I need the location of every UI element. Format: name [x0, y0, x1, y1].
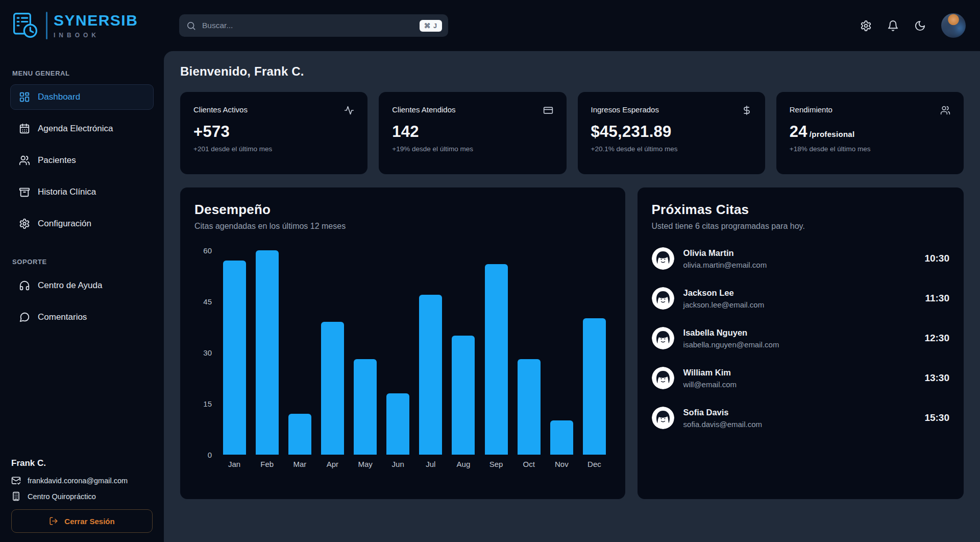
brand-logo: SYNERSIB INBOOK	[10, 0, 154, 51]
search-input[interactable]	[202, 21, 413, 30]
bar-jan	[223, 261, 246, 455]
x-tick-label: Feb	[251, 460, 283, 468]
bar-cell-jul	[414, 250, 447, 455]
page-title: Bienvenido, Frank C.	[180, 64, 964, 79]
bar-mar	[288, 414, 311, 455]
bar-cell-apr	[316, 250, 349, 455]
sidebar-item-pacientes[interactable]: Pacientes	[10, 148, 154, 173]
appointment-row-sofia-davis: Sofia Davissofia.davis@email.com15:30	[652, 407, 949, 429]
bar-cell-nov	[545, 250, 578, 455]
header-actions	[860, 13, 966, 38]
user-avatar[interactable]	[941, 13, 966, 38]
y-tick-label: 60	[203, 246, 212, 255]
bar-cell-dec	[578, 250, 610, 455]
y-tick-label: 45	[203, 297, 212, 306]
bar-nov	[550, 420, 573, 455]
appointment-row-jackson-lee: Jackson Leejackson.lee@email.com11:30	[652, 287, 949, 310]
avatar	[652, 247, 674, 270]
sidebar-user-block: Frank C. frankdavid.corona@gmail.com Cen…	[10, 458, 154, 533]
appointment-email: olivia.martin@email.com	[683, 261, 767, 269]
appointment-time: 15:30	[924, 412, 949, 423]
chart-y-axis: 015304560	[194, 250, 218, 455]
sidebar-item-comentarios[interactable]: Comentarios	[10, 304, 154, 330]
x-tick-label: Jun	[382, 460, 414, 468]
stat-value: 142	[392, 123, 553, 141]
archive-icon	[19, 186, 30, 198]
stat-title: Ingresos Esperados	[591, 105, 659, 114]
performance-chart-card: Desempeño Citas agendadas en los últimos…	[180, 187, 625, 499]
main-menu: DashboardAgenda ElectrónicaPacientesHist…	[10, 84, 154, 237]
sidebar-item-configuracion[interactable]: Configuración	[10, 211, 154, 237]
appointments-subtitle: Usted tiene 6 citas programadas para hoy…	[652, 222, 949, 231]
brand-subname: INBOOK	[54, 32, 138, 39]
chart-title: Desempeño	[194, 202, 611, 218]
appointment-row-olivia-martin: Olivia Martinolivia.martin@email.com10:3…	[652, 247, 949, 270]
search-box[interactable]: ⌘ J	[179, 14, 448, 37]
appointment-email: jackson.lee@email.com	[683, 300, 765, 309]
y-tick-label: 30	[203, 348, 212, 357]
stat-card-rendimiento: Rendimiento24/profesional+18% desde el ú…	[776, 92, 964, 174]
chart-bars	[218, 250, 611, 455]
sidebar: SYNERSIB INBOOK MENU GENERAL DashboardAg…	[0, 0, 164, 542]
moon-icon[interactable]	[914, 20, 926, 32]
stat-card-clientes-activos: Clientes Activos+573+201 desde el último…	[180, 92, 368, 174]
bar-dec	[583, 318, 606, 455]
headphones-icon	[19, 280, 30, 291]
sidebar-item-label: Agenda Electrónica	[38, 124, 113, 134]
appointment-name: Olivia Martin	[683, 248, 767, 258]
stat-note: +20.1% desde el último mes	[591, 145, 752, 153]
x-tick-label: Aug	[447, 460, 480, 468]
bar-apr	[321, 322, 344, 455]
bar-cell-sep	[480, 250, 512, 455]
appointment-name: Sofia Davis	[683, 408, 762, 417]
logout-button[interactable]: Cerrar Sesión	[11, 509, 153, 533]
sidebar-item-agenda-electronica[interactable]: Agenda Electrónica	[10, 116, 154, 142]
user-org: Centro Quiropráctico	[28, 492, 96, 501]
stat-note: +19% desde el último mes	[392, 145, 553, 153]
stat-value: 24/profesional	[790, 123, 950, 141]
bell-icon[interactable]	[887, 20, 899, 32]
sidebar-item-centro-de-ayuda[interactable]: Centro de Ayuda	[10, 273, 154, 298]
user-email-row: frankdavid.corona@gmail.com	[11, 476, 153, 485]
dollar-icon	[742, 105, 752, 115]
bar-jul	[419, 295, 442, 455]
stats-row: Clientes Activos+573+201 desde el último…	[180, 92, 964, 174]
stat-card-ingresos-esperados: Ingresos Esperados$45,231.89+20.1% desde…	[578, 92, 765, 174]
building-icon	[11, 491, 21, 501]
stat-note: +18% desde el último mes	[790, 145, 950, 153]
sidebar-item-dashboard[interactable]: Dashboard	[10, 84, 154, 110]
bar-may	[354, 359, 377, 455]
x-tick-label: Jul	[414, 460, 447, 468]
settings-icon	[19, 218, 30, 229]
appointments-title: Próximas Citas	[652, 202, 949, 218]
bar-cell-jun	[382, 250, 414, 455]
x-tick-label: May	[349, 460, 382, 468]
y-tick-label: 0	[208, 451, 212, 459]
stat-note: +201 desde el último mes	[193, 145, 354, 153]
users-icon	[940, 105, 950, 115]
top-header: ⌘ J	[164, 0, 980, 51]
bar-sep	[485, 264, 508, 455]
sidebar-item-label: Dashboard	[38, 92, 80, 102]
y-tick-label: 15	[203, 399, 212, 408]
appointment-name: William Kim	[683, 368, 737, 378]
x-tick-label: Oct	[512, 460, 545, 468]
credit-card-icon	[543, 105, 553, 115]
x-tick-label: Sep	[480, 460, 512, 468]
bar-cell-may	[349, 250, 382, 455]
chart-x-axis: JanFebMarAprMayJunJulAugSepOctNovDec	[218, 460, 611, 468]
sidebar-item-label: Comentarios	[38, 312, 87, 322]
avatar	[652, 327, 674, 349]
sidebar-item-historia-clinica[interactable]: Historia Clínica	[10, 179, 154, 205]
calendar-icon	[19, 123, 30, 134]
appointment-time: 13:30	[924, 372, 949, 384]
appointment-email: sofia.davis@email.com	[683, 420, 762, 429]
settings-icon[interactable]	[860, 20, 872, 32]
main-content: Bienvenido, Frank C. Clientes Activos+57…	[164, 51, 980, 542]
section-label-menu-general: MENU GENERAL	[12, 69, 154, 77]
message-circle-icon	[19, 312, 30, 323]
appointment-row-william-kim: William Kimwill@email.com13:30	[652, 367, 949, 389]
search-icon	[186, 21, 196, 31]
bar-feb	[256, 250, 279, 455]
dashboard-icon	[19, 91, 30, 103]
